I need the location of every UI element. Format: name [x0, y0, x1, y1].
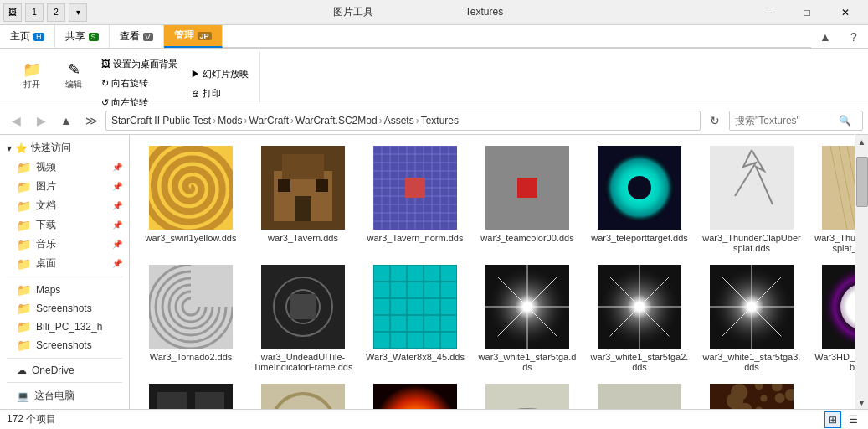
scroll-up[interactable]: ▲	[855, 135, 868, 148]
sidebar-item-label: Screenshots	[36, 302, 92, 314]
thumbnail-canvas	[149, 265, 233, 349]
window-icon[interactable]: 🖼	[3, 3, 22, 22]
open-button[interactable]: 📁 打开	[12, 55, 52, 96]
sidebar-item-pictures[interactable]: 📁 图片 📌	[0, 177, 129, 196]
sidebar-item-bili[interactable]: 📁 Bili_PC_132_h	[0, 318, 129, 336]
grid-view-button[interactable]: ⊞	[824, 411, 841, 428]
file-item[interactable]: war3_dark_tex1.dds	[136, 380, 245, 409]
pin-icon: 📌	[112, 201, 122, 210]
scroll-thumb[interactable]	[856, 157, 868, 207]
thumbnail-canvas	[261, 384, 345, 409]
list-view-button[interactable]: ☰	[845, 411, 861, 428]
slideshow[interactable]: ▶ 幻灯片放映	[185, 65, 254, 83]
file-thumbnail	[822, 146, 855, 230]
sidebar-item-label: 桌面	[36, 256, 56, 271]
search-input[interactable]	[735, 115, 835, 127]
folder-icon: 📁	[17, 257, 31, 271]
file-item[interactable]: war3_teamcolor00.dds	[473, 142, 582, 257]
file-thumbnail	[261, 265, 345, 349]
scrollbar[interactable]: ▲ ▼	[855, 135, 868, 409]
file-item[interactable]: war3_white1_star5tga2.dds	[585, 261, 694, 376]
file-name-label: war3_UndeadUITile-TimeIndicatorFrame.dds	[253, 352, 353, 372]
sidebar-item-documents[interactable]: 📁 文档 📌	[0, 196, 129, 215]
sidebar-item-label: Maps	[36, 284, 60, 296]
sidebar-item-downloads[interactable]: 📁 下载 📌	[0, 215, 129, 235]
file-thumbnail	[373, 146, 457, 230]
item-count: 172 个项目	[7, 412, 56, 426]
file-name-label: war3_ThunderClapUbersplat.dds	[701, 233, 802, 253]
thumbnail-canvas	[710, 146, 794, 230]
file-name-label: war3_white1_star5tga2.dds	[589, 352, 690, 372]
sidebar-item-maps[interactable]: 📁 Maps	[0, 281, 129, 299]
sidebar-item-label: Bili_PC_132_h	[36, 321, 102, 333]
search-box[interactable]: 🔍	[729, 111, 863, 131]
file-item[interactable]: war3_ThunderClapUbersplat.dds	[697, 142, 806, 257]
sidebar-item-screenshots2[interactable]: 📁 Screenshots	[0, 336, 129, 354]
file-item[interactable]: war3_ThunderClapUbersplat_norm.dds	[809, 142, 855, 257]
file-grid-container[interactable]: war3_swirl1yellow.ddswar3_Tavern.ddswar3…	[130, 135, 855, 409]
minimize-button[interactable]: ─	[749, 0, 788, 25]
scroll-down[interactable]: ▼	[855, 395, 868, 409]
sidebar-item-music[interactable]: 📁 音乐 📌	[0, 235, 129, 254]
edit-button[interactable]: ✎ 编辑	[54, 55, 94, 96]
sidebar-item-video[interactable]: 📁 视频 📌	[0, 158, 129, 177]
address-path[interactable]: StarCraft II Public Test › Mods › WarCra…	[105, 111, 701, 131]
file-item[interactable]: war3_white1_star5tga.dds	[473, 261, 582, 376]
file-item[interactable]: war3_eye2.dds	[585, 380, 694, 409]
collapse-icon: ▾	[7, 142, 12, 154]
ribbon-collapse[interactable]: ▲	[814, 26, 836, 48]
title-bar-left: 🖼 1 2 ▾	[3, 3, 87, 22]
maximize-button[interactable]: □	[788, 0, 826, 25]
file-item[interactable]: war3_teleporttarget.dds	[585, 142, 694, 257]
file-item[interactable]: war3_Tavern_norm.dds	[361, 142, 470, 257]
pin-icon: 📌	[112, 163, 122, 172]
rotate-right[interactable]: ↻ 向右旋转	[95, 75, 183, 92]
file-item[interactable]: war3_UndeadUITile-TimeIndicatorFrame.dds	[249, 261, 357, 376]
tab-share[interactable]: 共享 S	[55, 25, 110, 48]
print[interactable]: 🖨 打印	[185, 85, 254, 102]
sidebar-item-label: OneDrive	[32, 364, 74, 376]
file-item[interactable]: war3_Tavern.dds	[249, 142, 357, 257]
file-item[interactable]: war3_white1_star5tga3.dds	[697, 261, 806, 376]
file-name-label: war3_Tavern.dds	[268, 233, 338, 243]
tab-home[interactable]: 主页 H	[0, 25, 55, 48]
dropdown-arrow[interactable]: ▾	[69, 3, 87, 22]
small-buttons-2: ▶ 幻灯片放映 🖨 打印	[185, 55, 254, 111]
file-thumbnail	[710, 265, 794, 349]
scroll-track[interactable]	[855, 148, 868, 395]
forward-button[interactable]: ▶	[30, 110, 52, 132]
file-name-label: War3_Tornado2.dds	[150, 352, 233, 362]
sidebar-item-screenshots1[interactable]: 📁 Screenshots	[0, 299, 129, 318]
file-item[interactable]: war3_brown_tex.dds	[697, 380, 806, 409]
file-name-label: war3_swirl1yellow.dds	[146, 233, 237, 243]
file-item[interactable]: War3_Tornado2.dds	[136, 261, 245, 376]
quick-access-2[interactable]: 2	[47, 3, 65, 22]
sidebar-item-desktop[interactable]: 📁 桌面 📌	[0, 254, 129, 273]
close-button[interactable]: ✕	[826, 0, 865, 25]
file-item[interactable]: war3_swirl1yellow.dds	[136, 142, 245, 257]
pin-icon: 📌	[112, 259, 122, 268]
up-button[interactable]: ▲	[55, 110, 77, 132]
file-item[interactable]: war3_circle.dds	[249, 380, 357, 409]
file-item[interactable]: War3HD_GenericGlow2bA.dds	[809, 261, 855, 376]
tab-view[interactable]: 查看 V	[110, 25, 164, 48]
tab-manage[interactable]: 管理 JP	[164, 25, 223, 48]
set-as-bg[interactable]: 🖼 设置为桌面背景	[95, 55, 183, 73]
quick-access-header[interactable]: ▾ ⭐ 快速访问	[0, 138, 129, 158]
file-thumbnail	[149, 384, 233, 409]
file-item[interactable]: War3_Water8x8_45.dds	[361, 261, 470, 376]
title-bar: 🖼 1 2 ▾ 图片工具 Textures ─ □ ✕	[0, 0, 868, 25]
back-button[interactable]: ◀	[5, 110, 27, 132]
file-thumbnail	[149, 265, 233, 349]
file-item[interactable]: war3_eye1.dds	[473, 380, 582, 409]
file-item[interactable]: war3_fire_sphere.dds	[361, 380, 470, 409]
help-button[interactable]: ?	[843, 26, 865, 48]
sidebar-item-thispc[interactable]: 💻 这台电脑	[0, 386, 129, 406]
refresh-button[interactable]: ↻	[704, 110, 726, 132]
quick-access-section: ▾ ⭐ 快速访问 📁 视频 📌 📁 图片 📌 📁 文档 📌 📁 下	[0, 138, 129, 273]
quick-access-1[interactable]: 1	[25, 3, 44, 22]
sidebar-item-onedrive[interactable]: ☁ OneDrive	[0, 362, 129, 379]
folder-icon: 📁	[17, 320, 31, 333]
file-name-label: war3_white1_star5tga.dds	[477, 352, 578, 372]
expand-button[interactable]: ≫	[80, 110, 102, 132]
